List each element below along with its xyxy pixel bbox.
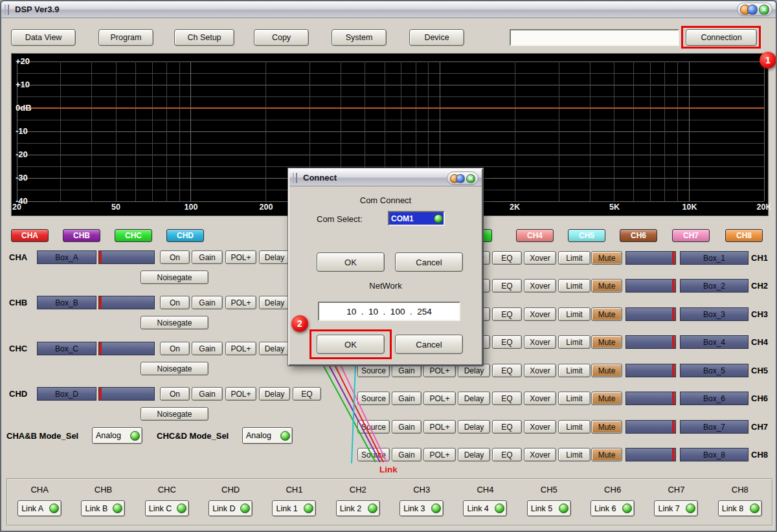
box-button-box-8[interactable]: Box_8 bbox=[680, 448, 749, 461]
ip-address-field[interactable]: 10 . 10 . 100 . 254 bbox=[318, 302, 460, 321]
strip-button-source-ch6[interactable]: Source bbox=[357, 392, 390, 405]
channel-tab-ch6[interactable]: CH6 bbox=[620, 229, 657, 242]
strip-button-source-ch7[interactable]: Source bbox=[357, 420, 390, 434]
network-cancel-button[interactable]: Cancel bbox=[395, 335, 463, 354]
noisegate-button-chb[interactable]: Noisegate bbox=[141, 316, 208, 329]
strip-button-xover-ch3[interactable]: Xover bbox=[524, 307, 556, 321]
strip-button-xover-ch5[interactable]: Xover bbox=[524, 364, 556, 377]
strip-button-delay-ch5[interactable]: Delay bbox=[458, 364, 490, 377]
strip-button-delay-ch7[interactable]: Delay bbox=[458, 420, 490, 434]
strip-button-eq-ch7[interactable]: EQ bbox=[492, 420, 522, 434]
channel-tab-chb[interactable]: CHB bbox=[63, 229, 100, 242]
strip-button-eq-ch3[interactable]: EQ bbox=[492, 307, 522, 321]
strip-button-gain-chc[interactable]: Gain bbox=[192, 342, 223, 355]
toolbar-button-data-view[interactable]: Data View bbox=[11, 29, 76, 46]
noisegate-button-cha[interactable]: Noisegate bbox=[141, 271, 208, 284]
box-button-box-5[interactable]: Box_5 bbox=[680, 364, 749, 377]
strip-button-pol-chd[interactable]: POL+ bbox=[225, 387, 256, 401]
link-select-cha[interactable]: Link A bbox=[17, 500, 62, 516]
chcd-mode-select[interactable]: Analog bbox=[242, 427, 293, 444]
strip-button-delay-cha[interactable]: Delay bbox=[259, 250, 290, 264]
strip-button-delay-chd[interactable]: Delay bbox=[259, 387, 290, 401]
com-port-select[interactable]: COM1 bbox=[388, 211, 445, 226]
link-select-chd[interactable]: Link D bbox=[208, 500, 253, 516]
strip-button-gain-ch8[interactable]: Gain bbox=[392, 448, 422, 461]
strip-button-eq-ch1[interactable]: EQ bbox=[492, 251, 522, 265]
link-select-ch5[interactable]: Link 5 bbox=[527, 500, 571, 516]
mute-button-ch4[interactable]: Mute bbox=[591, 335, 622, 349]
com-ok-button[interactable]: OK bbox=[317, 252, 385, 272]
strip-button-gain-chb[interactable]: Gain bbox=[192, 296, 223, 309]
channel-tab-cha[interactable]: CHA bbox=[11, 229, 49, 242]
strip-button-limit-ch8[interactable]: Limit bbox=[558, 448, 591, 461]
strip-button-limit-ch2[interactable]: Limit bbox=[558, 279, 591, 293]
strip-button-on-chd[interactable]: On bbox=[160, 387, 190, 401]
strip-button-gain-chd[interactable]: Gain bbox=[192, 387, 223, 401]
strip-button-eq-ch2[interactable]: EQ bbox=[492, 279, 522, 293]
strip-button-limit-ch3[interactable]: Limit bbox=[558, 307, 591, 321]
maximize-button[interactable] bbox=[456, 174, 465, 183]
strip-button-gain-ch5[interactable]: Gain bbox=[392, 364, 422, 377]
strip-button-on-chc[interactable]: On bbox=[160, 342, 190, 355]
channel-tab-ch8[interactable]: CH8 bbox=[725, 229, 763, 242]
strip-button-eq-ch8[interactable]: EQ bbox=[492, 448, 522, 461]
link-select-ch8[interactable]: Link 8 bbox=[718, 500, 762, 516]
box-button-box-b[interactable]: Box_B bbox=[37, 296, 96, 309]
strip-button-limit-ch1[interactable]: Limit bbox=[558, 251, 591, 265]
strip-button-limit-ch5[interactable]: Limit bbox=[558, 364, 591, 377]
mute-button-ch5[interactable]: Mute bbox=[591, 364, 622, 377]
box-button-box-2[interactable]: Box_2 bbox=[680, 279, 749, 293]
strip-button-pol-ch7[interactable]: POL+ bbox=[423, 420, 456, 434]
link-select-ch3[interactable]: Link 3 bbox=[400, 500, 444, 516]
strip-button-eq-ch6[interactable]: EQ bbox=[492, 392, 522, 405]
box-button-box-4[interactable]: Box_4 bbox=[680, 335, 749, 349]
mute-button-ch7[interactable]: Mute bbox=[591, 420, 622, 434]
box-button-box-6[interactable]: Box_6 bbox=[680, 392, 749, 405]
toolbar-button-program[interactable]: Program bbox=[98, 29, 153, 46]
strip-button-delay-chc[interactable]: Delay bbox=[259, 342, 290, 355]
box-button-box-1[interactable]: Box_1 bbox=[680, 251, 749, 265]
link-select-ch2[interactable]: Link 2 bbox=[336, 500, 380, 516]
link-select-ch6[interactable]: Link 6 bbox=[591, 500, 635, 516]
link-select-ch4[interactable]: Link 4 bbox=[463, 500, 507, 516]
channel-tab-ch7[interactable]: CH7 bbox=[672, 229, 710, 242]
strip-button-limit-ch7[interactable]: Limit bbox=[558, 420, 591, 434]
box-button-box-7[interactable]: Box_7 bbox=[680, 420, 749, 434]
channel-tab-ch5[interactable]: CH5 bbox=[568, 229, 605, 242]
link-select-ch1[interactable]: Link 1 bbox=[272, 500, 316, 516]
strip-button-gain-ch7[interactable]: Gain bbox=[392, 420, 422, 434]
mute-button-ch1[interactable]: Mute bbox=[591, 251, 622, 265]
mute-button-ch2[interactable]: Mute bbox=[591, 279, 622, 293]
channel-tab-chd[interactable]: CHD bbox=[166, 229, 204, 242]
strip-button-xover-ch4[interactable]: Xover bbox=[524, 335, 556, 349]
strip-button-xover-ch8[interactable]: Xover bbox=[524, 448, 556, 461]
strip-button-delay-ch6[interactable]: Delay bbox=[458, 392, 490, 405]
toolbar-button-copy[interactable]: Copy bbox=[254, 29, 309, 46]
chab-mode-select[interactable]: Analog bbox=[92, 427, 142, 444]
strip-button-pol-chc[interactable]: POL+ bbox=[225, 342, 256, 355]
strip-button-delay-ch8[interactable]: Delay bbox=[458, 448, 490, 461]
close-icon[interactable] bbox=[466, 174, 475, 183]
strip-button-limit-ch4[interactable]: Limit bbox=[558, 335, 591, 349]
toolbar-button-ch-setup[interactable]: Ch Setup bbox=[174, 29, 234, 46]
link-select-chb[interactable]: Link B bbox=[81, 500, 125, 516]
strip-button-xover-ch7[interactable]: Xover bbox=[524, 420, 556, 434]
link-select-chc[interactable]: Link C bbox=[145, 500, 189, 516]
strip-button-pol-ch6[interactable]: POL+ bbox=[423, 392, 456, 405]
dialog-title-bar[interactable]: Connect bbox=[289, 170, 482, 186]
strip-button-pol-cha[interactable]: POL+ bbox=[225, 250, 256, 264]
strip-button-pol-ch8[interactable]: POL+ bbox=[423, 448, 456, 461]
strip-button-eq-chd[interactable]: EQ bbox=[293, 387, 321, 401]
toolbar-button-device[interactable]: Device bbox=[409, 29, 464, 46]
strip-button-xover-ch6[interactable]: Xover bbox=[524, 392, 556, 405]
strip-button-on-cha[interactable]: On bbox=[160, 250, 190, 264]
noisegate-button-chc[interactable]: Noisegate bbox=[141, 362, 208, 375]
strip-button-eq-ch4[interactable]: EQ bbox=[492, 335, 522, 349]
strip-button-pol-chb[interactable]: POL+ bbox=[225, 296, 256, 309]
box-button-box-d[interactable]: Box_D bbox=[37, 387, 96, 401]
strip-button-limit-ch6[interactable]: Limit bbox=[558, 392, 591, 405]
box-button-box-3[interactable]: Box_3 bbox=[680, 307, 749, 321]
toolbar-button-system[interactable]: System bbox=[332, 29, 387, 46]
link-select-ch7[interactable]: Link 7 bbox=[654, 500, 698, 516]
strip-button-eq-ch5[interactable]: EQ bbox=[492, 364, 522, 377]
